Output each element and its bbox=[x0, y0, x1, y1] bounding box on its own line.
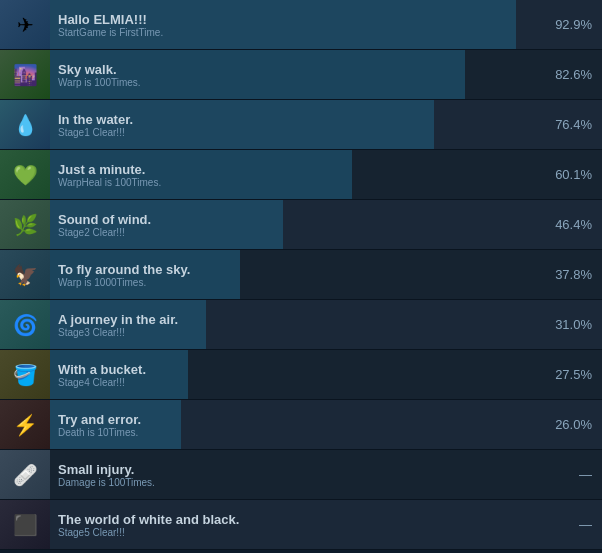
achievement-name: The world of white and black. bbox=[58, 512, 544, 527]
achievement-row: ⬛The world of white and black.Stage5 Cle… bbox=[0, 500, 602, 550]
achievement-info: With a bucket.Stage4 Clear!!! bbox=[50, 350, 552, 399]
icon-bg: 🪣 bbox=[0, 350, 50, 400]
achievement-desc: Damage is 100Times. bbox=[58, 477, 544, 488]
achievement-desc: Warp is 1000Times. bbox=[58, 277, 544, 288]
achievement-desc: Stage5 Clear!!! bbox=[58, 527, 544, 538]
achievement-row: 🦅To fly around the sky.Warp is 1000Times… bbox=[0, 250, 602, 300]
achievement-percentage: 46.4% bbox=[552, 217, 602, 232]
achievement-icon: ✈ bbox=[0, 0, 50, 50]
achievement-info: Sky walk.Warp is 100Times. bbox=[50, 50, 552, 99]
achievement-percentage: 92.9% bbox=[552, 17, 602, 32]
achievement-icon: 🪣 bbox=[0, 350, 50, 400]
achievement-info: A journey in the air.Stage3 Clear!!! bbox=[50, 300, 552, 349]
icon-bg: 🩹 bbox=[0, 450, 50, 500]
achievement-info: To fly around the sky.Warp is 1000Times. bbox=[50, 250, 552, 299]
achievement-name: A journey in the air. bbox=[58, 312, 544, 327]
achievement-row: 🌀A journey in the air.Stage3 Clear!!!31.… bbox=[0, 300, 602, 350]
achievement-row: 🩹Small injury.Damage is 100Times.— bbox=[0, 450, 602, 500]
achievement-icon: 🌆 bbox=[0, 50, 50, 100]
achievement-desc: Stage4 Clear!!! bbox=[58, 377, 544, 388]
achievement-desc: Death is 10Times. bbox=[58, 427, 544, 438]
achievement-desc: WarpHeal is 100Times. bbox=[58, 177, 544, 188]
achievement-info: Small injury.Damage is 100Times. bbox=[50, 450, 552, 499]
achievement-row: 💚Just a minute.WarpHeal is 100Times.60.1… bbox=[0, 150, 602, 200]
achievement-icon: 💧 bbox=[0, 100, 50, 150]
achievement-desc: Stage1 Clear!!! bbox=[58, 127, 544, 138]
icon-bg: 🌀 bbox=[0, 300, 50, 350]
achievement-row: ⚡Try and error.Death is 10Times.26.0% bbox=[0, 400, 602, 450]
achievement-name: Just a minute. bbox=[58, 162, 544, 177]
achievement-row: 🪣With a bucket.Stage4 Clear!!!27.5% bbox=[0, 350, 602, 400]
icon-bg: ⚡ bbox=[0, 400, 50, 450]
achievement-icon: 🩹 bbox=[0, 450, 50, 500]
achievement-info: Sound of wind.Stage2 Clear!!! bbox=[50, 200, 552, 249]
achievement-info: Try and error.Death is 10Times. bbox=[50, 400, 552, 449]
achievement-icon: 🌀 bbox=[0, 300, 50, 350]
achievement-info: In the water.Stage1 Clear!!! bbox=[50, 100, 552, 149]
icon-bg: 💚 bbox=[0, 150, 50, 200]
achievement-name: Small injury. bbox=[58, 462, 544, 477]
achievement-percentage: — bbox=[552, 517, 602, 532]
icon-bg: ⬛ bbox=[0, 500, 50, 550]
achievement-name: Hallo ELMIA!!! bbox=[58, 12, 544, 27]
icon-bg: 🌿 bbox=[0, 200, 50, 250]
achievement-desc: Stage2 Clear!!! bbox=[58, 227, 544, 238]
achievements-list: ✈Hallo ELMIA!!!StartGame is FirstTime.92… bbox=[0, 0, 602, 550]
achievement-name: In the water. bbox=[58, 112, 544, 127]
achievement-percentage: 26.0% bbox=[552, 417, 602, 432]
achievement-desc: Stage3 Clear!!! bbox=[58, 327, 544, 338]
achievement-row: ✈Hallo ELMIA!!!StartGame is FirstTime.92… bbox=[0, 0, 602, 50]
icon-bg: 🦅 bbox=[0, 250, 50, 300]
achievement-name: Sky walk. bbox=[58, 62, 544, 77]
achievement-percentage: 76.4% bbox=[552, 117, 602, 132]
icon-bg: 🌆 bbox=[0, 50, 50, 100]
achievement-percentage: 27.5% bbox=[552, 367, 602, 382]
achievement-name: Try and error. bbox=[58, 412, 544, 427]
achievement-row: 🌆Sky walk.Warp is 100Times.82.6% bbox=[0, 50, 602, 100]
achievement-info: Hallo ELMIA!!!StartGame is FirstTime. bbox=[50, 0, 552, 49]
achievement-percentage: 82.6% bbox=[552, 67, 602, 82]
achievement-row: 💧In the water.Stage1 Clear!!!76.4% bbox=[0, 100, 602, 150]
achievement-row: 🌿Sound of wind.Stage2 Clear!!!46.4% bbox=[0, 200, 602, 250]
achievement-icon: 🦅 bbox=[0, 250, 50, 300]
achievement-name: To fly around the sky. bbox=[58, 262, 544, 277]
achievement-desc: Warp is 100Times. bbox=[58, 77, 544, 88]
achievement-percentage: — bbox=[552, 467, 602, 482]
achievement-info: The world of white and black.Stage5 Clea… bbox=[50, 500, 552, 549]
achievement-icon: 💚 bbox=[0, 150, 50, 200]
achievement-percentage: 60.1% bbox=[552, 167, 602, 182]
achievement-percentage: 37.8% bbox=[552, 267, 602, 282]
achievement-name: Sound of wind. bbox=[58, 212, 544, 227]
achievement-desc: StartGame is FirstTime. bbox=[58, 27, 544, 38]
achievement-info: Just a minute.WarpHeal is 100Times. bbox=[50, 150, 552, 199]
achievement-percentage: 31.0% bbox=[552, 317, 602, 332]
icon-bg: 💧 bbox=[0, 100, 50, 150]
achievement-icon: 🌿 bbox=[0, 200, 50, 250]
achievement-name: With a bucket. bbox=[58, 362, 544, 377]
icon-bg: ✈ bbox=[0, 0, 50, 50]
achievement-icon: ⚡ bbox=[0, 400, 50, 450]
achievement-icon: ⬛ bbox=[0, 500, 50, 550]
